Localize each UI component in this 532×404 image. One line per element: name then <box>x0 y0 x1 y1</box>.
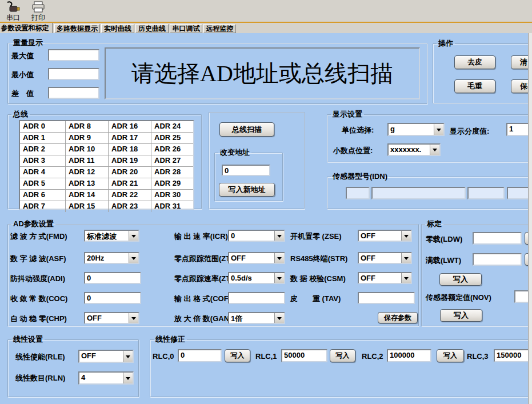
tab-remote-monitor[interactable]: 远程监控 <box>203 24 236 33</box>
bus-address-cell[interactable]: ADR 3 <box>20 155 66 166</box>
sensor-model-field-1[interactable] <box>346 187 370 199</box>
nov-write-button[interactable]: 写入 <box>440 309 482 322</box>
chevron-down-icon[interactable] <box>401 231 411 241</box>
chevron-down-icon[interactable] <box>274 253 284 263</box>
bus-address-cell[interactable]: ADR 20 <box>109 167 151 178</box>
tare-button[interactable]: 去皮 <box>454 55 495 69</box>
tab-history-curve[interactable]: 历史曲线 <box>135 24 169 33</box>
icr-combo[interactable]: 0 <box>228 230 285 242</box>
decimal-position-combo[interactable]: xxxxxxx. <box>387 143 441 156</box>
chevron-down-icon[interactable] <box>123 351 133 362</box>
bus-address-cell[interactable]: ADR 7 <box>20 201 66 212</box>
chevron-down-icon[interactable] <box>430 145 439 155</box>
tab-multichannel-display[interactable]: 多路数据显示 <box>54 24 100 33</box>
rlc1-field[interactable]: 50000 <box>281 349 327 362</box>
csm-combo[interactable]: OFF <box>358 272 412 284</box>
rlc0-write-button[interactable]: 写入 <box>225 349 250 362</box>
bus-address-cell[interactable]: ADR 13 <box>66 178 109 189</box>
bus-address-cell[interactable]: ADR 16 <box>109 121 151 132</box>
bus-address-cell[interactable]: ADR 21 <box>109 178 151 189</box>
chevron-down-icon[interactable] <box>129 313 138 323</box>
bus-address-cell[interactable]: ADR 17 <box>109 133 151 143</box>
min-value-field[interactable] <box>48 68 99 80</box>
max-value-field[interactable] <box>48 49 99 61</box>
bus-address-cell[interactable]: ADR 31 <box>151 201 193 212</box>
bus-address-cell[interactable]: ADR 5 <box>20 178 66 189</box>
bus-address-cell[interactable]: ADR 14 <box>66 190 109 201</box>
bus-address-cell[interactable]: ADR 8 <box>66 121 109 132</box>
zts-combo[interactable]: 0.5d/s <box>228 272 285 284</box>
rle-combo[interactable]: OFF <box>78 350 134 363</box>
diff-value-field[interactable] <box>48 87 99 99</box>
group-linear-settings: 线性设置 <box>7 334 139 397</box>
bus-address-cell[interactable]: ADR 19 <box>109 155 151 166</box>
serial-port-button[interactable]: 串口 <box>1 1 25 21</box>
bus-address-cell[interactable]: ADR 23 <box>109 201 151 212</box>
tab-serial-debug[interactable]: 串口调试 <box>170 24 202 33</box>
bus-scan-button[interactable]: 总线扫描 <box>219 122 274 137</box>
bus-address-cell[interactable]: ADR 24 <box>151 121 193 132</box>
group-operation: 操作 <box>433 38 532 103</box>
fmd-combo[interactable]: 标准滤波 <box>84 230 139 242</box>
chevron-down-icon[interactable] <box>123 373 133 383</box>
chevron-down-icon[interactable] <box>401 273 411 283</box>
bus-address-cell[interactable]: ADR 25 <box>151 133 193 143</box>
unit-select-combo[interactable]: g <box>387 123 445 136</box>
asf-combo[interactable]: 20Hz <box>84 252 139 264</box>
bus-address-cell[interactable]: ADR 15 <box>66 201 109 212</box>
ldw-field[interactable] <box>473 232 522 245</box>
group-bus-title: 总线 <box>11 109 30 119</box>
tav-field[interactable] <box>358 292 415 304</box>
sensor-model-field-3[interactable] <box>467 187 505 199</box>
chevron-down-icon[interactable] <box>434 124 443 135</box>
calibration-write-button[interactable]: 写入 <box>439 273 482 286</box>
chevron-down-icon[interactable] <box>401 253 411 263</box>
gross-button[interactable]: 毛重 <box>454 79 495 93</box>
bus-address-cell[interactable]: ADR 18 <box>109 144 151 155</box>
bus-address-cell[interactable]: ADR 26 <box>151 144 193 155</box>
bus-address-cell[interactable]: ADR 28 <box>151 167 193 178</box>
tab-param-calibration[interactable]: 参数设置和标定 <box>0 23 53 33</box>
rlc2-write-button[interactable]: 写入 <box>437 349 464 362</box>
bus-address-cell[interactable]: ADR 11 <box>66 155 109 166</box>
bus-address-cell[interactable]: ADR 30 <box>151 190 193 201</box>
bus-address-cell[interactable]: ADR 22 <box>109 190 151 201</box>
chevron-down-icon[interactable] <box>274 313 284 323</box>
rlc3-field[interactable]: 150000 <box>494 349 532 362</box>
bus-address-cell[interactable]: ADR 0 <box>20 121 66 132</box>
bus-address-cell[interactable]: ADR 10 <box>66 144 109 155</box>
sensor-model-field-2[interactable] <box>371 187 466 199</box>
print-button[interactable]: 打印 <box>26 1 50 21</box>
cof-field[interactable] <box>228 292 285 304</box>
chevron-down-icon[interactable] <box>274 273 284 283</box>
str-combo[interactable]: OFF <box>358 252 412 264</box>
chevron-down-icon[interactable] <box>129 231 138 241</box>
bus-address-cell[interactable]: ADR 2 <box>20 144 66 155</box>
rlc2-field[interactable]: 100000 <box>387 349 431 362</box>
zse-combo[interactable]: OFF <box>358 230 412 242</box>
print-label: 打印 <box>31 14 45 22</box>
write-new-address-button[interactable]: 写入新地址 <box>219 183 275 197</box>
coc-field[interactable]: 0 <box>84 292 141 304</box>
new-address-field[interactable]: 0 <box>222 165 270 176</box>
bus-address-cell[interactable]: ADR 9 <box>66 133 109 143</box>
lwt-field[interactable] <box>473 253 522 266</box>
adi-field[interactable]: 0 <box>84 272 141 284</box>
bus-address-cell[interactable]: ADR 6 <box>20 190 66 201</box>
rlc1-write-button[interactable]: 写入 <box>330 349 355 362</box>
rlc0-field[interactable]: 0 <box>178 349 222 362</box>
save-params-button[interactable]: 保存参数 <box>378 312 418 323</box>
chp-combo[interactable]: OFF <box>84 312 139 324</box>
ztr-combo[interactable]: OFF <box>228 252 285 264</box>
bus-address-cell[interactable]: ADR 12 <box>66 167 109 178</box>
bus-address-cell[interactable]: ADR 1 <box>20 133 66 143</box>
chevron-down-icon[interactable] <box>274 231 284 241</box>
bus-address-cell[interactable]: ADR 27 <box>151 155 193 166</box>
weight-message-display: 请选择AD地址或总线扫描 <box>105 47 420 99</box>
chevron-down-icon[interactable] <box>129 253 138 263</box>
gan-combo[interactable]: 1倍 <box>228 312 285 324</box>
rln-combo[interactable]: 4 <box>78 371 134 385</box>
tab-realtime-curve[interactable]: 实时曲线 <box>101 24 134 33</box>
bus-address-cell[interactable]: ADR 29 <box>151 178 193 189</box>
bus-address-cell[interactable]: ADR 4 <box>20 167 66 178</box>
